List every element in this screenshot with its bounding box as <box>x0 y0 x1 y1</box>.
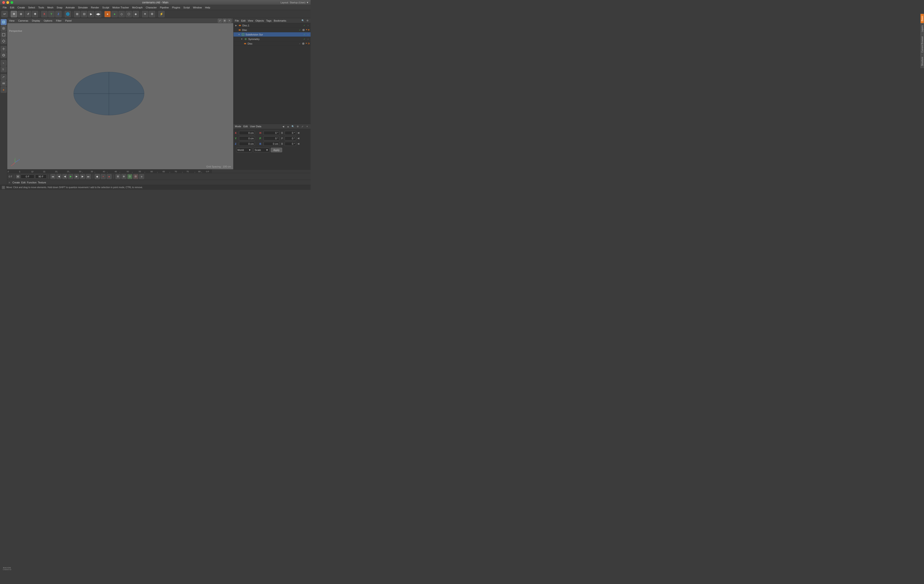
world-dropdown[interactable]: World ▼ <box>236 148 252 152</box>
menu-pipeline[interactable]: Pipeline <box>158 6 170 9</box>
frame-end-input[interactable] <box>35 174 46 179</box>
add-tool-button[interactable]: ✚ <box>32 11 38 17</box>
timeline-btn[interactable]: ⊟ <box>133 174 138 179</box>
play-btn[interactable]: ▶ <box>68 174 73 179</box>
material-btn-4[interactable]: ⬡ <box>125 11 132 17</box>
object-axis-btn[interactable] <box>1 46 7 52</box>
vp-menu-view[interactable]: View <box>9 19 15 22</box>
viewport[interactable]: View Cameras Display Options Filter Pane… <box>7 18 233 169</box>
attr-expand-icon[interactable]: ⤢ <box>300 124 304 128</box>
vp-close-btn[interactable]: × <box>228 19 231 23</box>
twist-btn[interactable] <box>1 74 7 80</box>
scale-dropdown[interactable]: Scale ▼ <box>254 148 269 152</box>
addkey-btn[interactable]: ⊕ <box>121 174 126 179</box>
keyframe-btn-1[interactable]: ⊞ <box>74 11 80 17</box>
menu-simulate[interactable]: Simulate <box>77 6 89 9</box>
attr-mode-btn[interactable]: Mode <box>235 125 241 128</box>
menu-mograph[interactable]: MoGraph <box>131 6 144 9</box>
move-tool-button[interactable]: ✥ <box>11 11 17 17</box>
vp-menu-options[interactable]: Options <box>44 19 52 22</box>
scale-y-input[interactable] <box>285 137 296 140</box>
y-axis-button[interactable]: Y <box>48 11 54 17</box>
menu-select[interactable]: Select <box>27 6 36 9</box>
menu-window[interactable]: Window <box>191 6 203 9</box>
maximize-button[interactable] <box>10 1 13 4</box>
obj-row-disc2[interactable]: Disc ✓ ✦ ◈ <box>234 28 310 32</box>
attr-up-icon[interactable]: ▲ <box>286 124 290 128</box>
keyframe-btn-4[interactable]: ◀▶ <box>95 11 101 17</box>
menu-help[interactable]: Help <box>204 6 212 9</box>
scale-x-input[interactable] <box>285 131 296 135</box>
b-rot-input[interactable] <box>264 142 279 146</box>
menu-plugins[interactable]: Plugins <box>170 6 182 9</box>
goto-start-btn[interactable]: ⏮ <box>51 174 56 179</box>
vertex-mode-button[interactable] <box>1 25 7 31</box>
extra-btn[interactable]: ⚡ <box>158 11 165 17</box>
om-menu-objects[interactable]: Objects <box>255 19 264 22</box>
obj-row-symmetry[interactable]: ▼ Symmetry ✓ ○ <box>234 37 310 41</box>
poly-mode-button[interactable] <box>1 38 7 44</box>
goto-end-btn[interactable]: ⏭ <box>86 174 91 179</box>
om-menu-tags[interactable]: Tags <box>266 19 271 22</box>
next-frame-btn[interactable]: ▶ <box>80 174 85 179</box>
undo-button[interactable]: ↩ <box>2 11 8 17</box>
menu-file[interactable]: File <box>2 6 8 9</box>
menu-edit[interactable]: Edit <box>9 6 16 9</box>
attr-search-icon[interactable]: 🔍 <box>291 124 295 128</box>
vp-expand-btn[interactable]: ⤢ <box>218 19 222 23</box>
vp-menu-panel[interactable]: Panel <box>65 19 72 22</box>
extra-mode-btn[interactable]: ★ <box>1 87 7 93</box>
menu-snap[interactable]: Snap <box>55 6 64 9</box>
play-forward-btn[interactable]: ▶ <box>74 174 79 179</box>
frame-current-input[interactable] <box>21 174 34 179</box>
loop-btn[interactable]: ⊞ <box>116 174 120 179</box>
attr-back-icon[interactable]: ◀ <box>281 124 285 128</box>
apply-button[interactable]: Apply <box>271 148 282 152</box>
menu-tools[interactable]: Tools <box>37 6 46 9</box>
prev-frame-btn[interactable]: ◀ <box>56 174 61 179</box>
vp-menu-cameras[interactable]: Cameras <box>18 19 28 22</box>
menu-character[interactable]: Character <box>144 6 158 9</box>
keyframe-btn-3[interactable]: ▶ <box>88 11 94 17</box>
z-pos-input[interactable] <box>239 142 255 146</box>
minimize-button[interactable] <box>7 1 9 4</box>
keyframe-sel-btn[interactable]: ● <box>107 174 112 179</box>
tl-texture[interactable]: Texture <box>38 181 46 184</box>
om-menu-view[interactable]: View <box>248 19 253 22</box>
attr-settings-icon[interactable]: ⚙ <box>295 124 300 128</box>
material-btn-5[interactable]: ◈ <box>132 11 139 17</box>
keyframe-btn-2[interactable]: ⊟ <box>81 11 87 17</box>
edge-mode-button[interactable] <box>1 32 7 38</box>
play-reverse-btn[interactable]: ◀ <box>62 174 67 179</box>
x-pos-input[interactable] <box>239 131 255 135</box>
texture-mode-btn[interactable] <box>1 52 7 58</box>
material-btn-2[interactable]: ● <box>111 11 118 17</box>
menu-sculpt[interactable]: Sculpt <box>101 6 111 9</box>
attr-edit-btn[interactable]: Edit <box>244 125 248 128</box>
obj-row-subdiv[interactable]: ▼ Subdivision Sur ✓ ○ <box>234 32 310 37</box>
motion-btn[interactable]: ⊡ <box>127 174 132 179</box>
model-mode-button[interactable] <box>1 19 7 25</box>
move-btn[interactable]: S <box>1 66 7 72</box>
menu-render[interactable]: Render <box>89 6 101 9</box>
om-search-icon[interactable]: 🔍 <box>301 19 305 23</box>
attr-close-icon[interactable]: × <box>305 124 309 128</box>
record-btn[interactable]: ⏺ <box>95 174 100 179</box>
scale-z-input[interactable] <box>285 142 296 146</box>
y-pos-input[interactable] <box>239 137 255 140</box>
tl-create[interactable]: Create <box>12 181 20 184</box>
live-select-btn[interactable]: L <box>1 60 7 66</box>
om-menu-file[interactable]: File <box>235 19 239 22</box>
vp-menu-filter[interactable]: Filter <box>56 19 61 22</box>
menu-create[interactable]: Create <box>16 6 26 9</box>
obj-row-disc1[interactable]: ▶ Disc.1 ✓ ○ <box>234 23 310 28</box>
autokey-btn[interactable]: ● <box>101 174 106 179</box>
tl-edit[interactable]: Edit <box>21 181 25 184</box>
p-rot-input[interactable] <box>264 137 279 140</box>
scale-tool-button[interactable]: ⊕ <box>18 11 24 17</box>
world-coord-button[interactable]: 🌐 <box>64 11 71 17</box>
menu-animate[interactable]: Animate <box>64 6 76 9</box>
h-rot-input[interactable] <box>264 131 279 135</box>
menu-mesh[interactable]: Mesh <box>46 6 55 9</box>
vp-layout-btn[interactable]: ⊞ <box>223 19 227 23</box>
